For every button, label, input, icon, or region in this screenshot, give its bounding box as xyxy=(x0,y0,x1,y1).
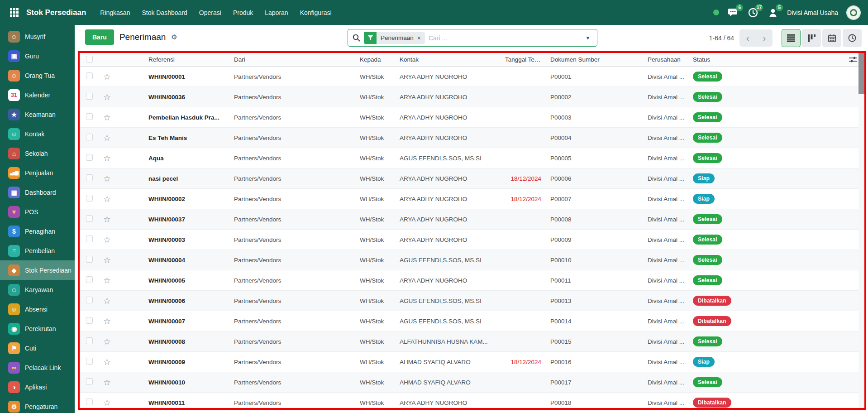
sidebar-item-dashboard[interactable]: ▦Dashboard xyxy=(0,182,75,202)
sidebar-item-pengaturan[interactable]: ⚙Pengaturan xyxy=(0,397,75,413)
select-all-checkbox[interactable] xyxy=(86,56,93,62)
sidebar-item-cuti[interactable]: ⚑Cuti xyxy=(0,338,75,358)
table-row[interactable]: ☆Es Teh ManisPartners/VendorsWH/StokARYA… xyxy=(80,128,864,148)
filter-remove-icon[interactable]: × xyxy=(417,34,421,42)
table-row[interactable]: ☆WH/IN/00010Partners/VendorsWH/StokAHMAD… xyxy=(80,372,864,393)
favorite-star-icon[interactable]: ☆ xyxy=(103,276,111,285)
table-row[interactable]: ☆WH/IN/00007Partners/VendorsWH/StokAGUS … xyxy=(80,311,864,331)
favorite-star-icon[interactable]: ☆ xyxy=(103,256,111,264)
sidebar-item-aplikasi[interactable]: ◑Aplikasi xyxy=(0,377,75,397)
row-checkbox[interactable] xyxy=(86,337,93,344)
table-row[interactable]: ☆WH/IN/00037Partners/VendorsWH/StokARYA … xyxy=(80,209,864,230)
sidebar-item-sekolah[interactable]: ⌂Sekolah xyxy=(0,144,75,163)
row-checkbox[interactable] xyxy=(86,317,93,324)
activity-view-button[interactable] xyxy=(843,29,862,47)
menu-konfigurasi[interactable]: Konfigurasi xyxy=(294,5,338,20)
favorite-star-icon[interactable]: ☆ xyxy=(103,195,111,203)
favorite-star-icon[interactable]: ☆ xyxy=(103,378,111,387)
favorite-star-icon[interactable]: ☆ xyxy=(103,113,111,122)
sidebar-item-keamanan[interactable]: ★Keamanan xyxy=(0,105,75,124)
pager-next-button[interactable]: › xyxy=(756,29,773,47)
search-box[interactable]: Penerimaan × ▾ xyxy=(348,29,597,47)
table-row[interactable]: ☆WH/IN/00001Partners/VendorsWH/StokARYA … xyxy=(80,67,864,87)
favorite-star-icon[interactable]: ☆ xyxy=(103,134,111,142)
row-checkbox[interactable] xyxy=(86,134,93,140)
activity-clock-icon[interactable]: 17 xyxy=(747,7,759,19)
table-row[interactable]: ☆nasi pecelPartners/VendorsWH/StokARYA A… xyxy=(80,168,864,189)
table-row[interactable]: ☆Pembelian Hasduk Pra...Partners/Vendors… xyxy=(80,107,864,128)
sidebar-item-penagihan[interactable]: $Penagihan xyxy=(0,221,75,241)
column-header-tanggal-terj-[interactable]: Tanggal Terj... xyxy=(501,56,547,63)
favorite-star-icon[interactable]: ☆ xyxy=(103,72,111,81)
user-notification-icon[interactable]: 5 xyxy=(767,7,779,19)
table-row[interactable]: ☆WH/IN/00036Partners/VendorsWH/StokARYA … xyxy=(80,87,864,107)
favorite-star-icon[interactable]: ☆ xyxy=(103,317,111,326)
messages-icon[interactable]: 6 xyxy=(727,7,739,19)
table-row[interactable]: ☆WH/IN/00009Partners/VendorsWH/StokAHMAD… xyxy=(80,352,864,372)
table-row[interactable]: ☆WH/IN/00004Partners/VendorsWH/StokAGUS … xyxy=(80,250,864,270)
table-row[interactable]: ☆WH/IN/00008Partners/VendorsWH/StokALFAT… xyxy=(80,331,864,352)
table-row[interactable]: ☆WH/IN/00005Partners/VendorsWH/StokARYA … xyxy=(80,270,864,291)
row-checkbox[interactable] xyxy=(86,399,93,405)
favorite-star-icon[interactable]: ☆ xyxy=(103,337,111,346)
menu-stok-dashboard[interactable]: Stok Dashboard xyxy=(136,5,193,20)
favorite-star-icon[interactable]: ☆ xyxy=(103,358,111,366)
sidebar-item-guru[interactable]: ▣Guru xyxy=(0,46,75,66)
user-avatar[interactable] xyxy=(846,5,861,20)
sidebar-item-pembelian[interactable]: ≡Pembelian xyxy=(0,241,75,260)
sidebar-item-perekrutan[interactable]: ◉Perekrutan xyxy=(0,319,75,338)
favorite-star-icon[interactable]: ☆ xyxy=(103,174,111,183)
favorite-star-icon[interactable]: ☆ xyxy=(103,93,111,101)
sidebar-item-orang-tua[interactable]: ☺Orang Tua xyxy=(0,66,75,85)
row-checkbox[interactable] xyxy=(86,215,93,222)
menu-produk[interactable]: Produk xyxy=(227,5,259,20)
column-header-dari[interactable]: Dari xyxy=(230,56,356,63)
sidebar-item-karyawan[interactable]: ☺Karyawan xyxy=(0,280,75,299)
list-view-button[interactable] xyxy=(782,29,801,47)
favorite-star-icon[interactable]: ☆ xyxy=(103,215,111,224)
app-name[interactable]: Stok Persediaan xyxy=(26,8,86,17)
column-header-referensi[interactable]: Referensi xyxy=(145,56,230,63)
favorite-star-icon[interactable]: ☆ xyxy=(103,297,111,305)
row-checkbox[interactable] xyxy=(86,297,93,303)
search-dropdown-caret-icon[interactable]: ▾ xyxy=(579,29,597,46)
table-row[interactable]: ☆AquaPartners/VendorsWH/StokAGUS EFENDI,… xyxy=(80,148,864,168)
vertical-scrollbar[interactable] xyxy=(858,53,864,408)
sidebar-item-pelacak-link[interactable]: ∞Pelacak Link xyxy=(0,358,75,377)
kanban-view-button[interactable] xyxy=(802,29,821,47)
pager-previous-button[interactable]: ‹ xyxy=(739,29,756,47)
action-gear-icon[interactable]: ⚙ xyxy=(171,33,177,41)
apps-grid-icon[interactable] xyxy=(6,5,22,20)
sidebar-item-musyrif[interactable]: ☺Musyrif xyxy=(0,27,75,46)
row-checkbox[interactable] xyxy=(86,93,93,100)
search-input[interactable] xyxy=(429,34,579,42)
calendar-view-button[interactable] xyxy=(822,29,841,47)
favorite-star-icon[interactable]: ☆ xyxy=(103,154,111,163)
sidebar-item-kontak[interactable]: ☺Kontak xyxy=(0,124,75,144)
menu-operasi[interactable]: Operasi xyxy=(193,5,227,20)
scrollbar-thumb[interactable] xyxy=(858,53,864,94)
column-header-kepada[interactable]: Kepada xyxy=(356,56,396,63)
row-checkbox[interactable] xyxy=(86,195,93,202)
row-checkbox[interactable] xyxy=(86,174,93,181)
favorite-star-icon[interactable]: ☆ xyxy=(103,399,111,407)
sidebar-item-absensi[interactable]: ☺Absensi xyxy=(0,299,75,319)
row-checkbox[interactable] xyxy=(86,235,93,242)
sidebar-item-stok-persediaan[interactable]: ◆Stok Persediaan xyxy=(0,260,75,280)
new-record-button[interactable]: Baru xyxy=(85,29,114,45)
menu-laporan[interactable]: Laporan xyxy=(259,5,294,20)
menu-ringkasan[interactable]: Ringkasan xyxy=(94,5,136,20)
row-checkbox[interactable] xyxy=(86,72,93,79)
table-row[interactable]: ☆WH/IN/00006Partners/VendorsWH/StokAGUS … xyxy=(80,291,864,311)
table-row[interactable]: ☆WH/IN/00003Partners/VendorsWH/StokARYA … xyxy=(80,230,864,250)
row-checkbox[interactable] xyxy=(86,113,93,120)
row-checkbox[interactable] xyxy=(86,256,93,263)
column-header-dokumen-sumber[interactable]: Dokumen Sumber xyxy=(547,56,644,63)
column-header-status[interactable]: Status xyxy=(689,56,798,63)
row-checkbox[interactable] xyxy=(86,378,93,385)
column-header-kontak[interactable]: Kontak xyxy=(396,56,501,63)
sidebar-item-pos[interactable]: ▼POS xyxy=(0,202,75,221)
table-row[interactable]: ☆WH/IN/00011Partners/VendorsWH/StokARYA … xyxy=(80,393,864,408)
row-checkbox[interactable] xyxy=(86,154,93,161)
sidebar-item-kalender[interactable]: 31Kalender xyxy=(0,85,75,105)
